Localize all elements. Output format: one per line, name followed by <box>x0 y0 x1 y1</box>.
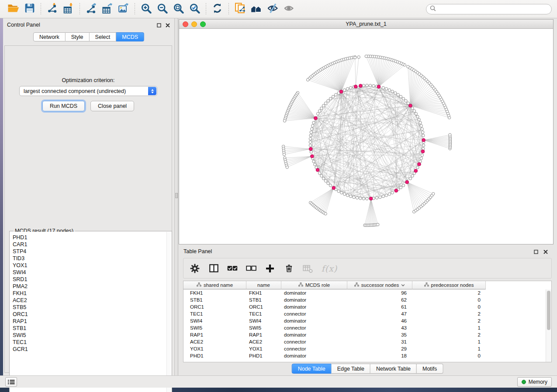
table-scrollbar-thumb[interactable] <box>547 291 550 330</box>
cell-shared-name: TEC1 <box>183 310 246 317</box>
tab-select[interactable]: Select <box>90 32 117 41</box>
cell-name: TEC1 <box>246 310 281 317</box>
close-panel-button[interactable]: Close panel <box>90 101 134 111</box>
network-window-titlebar[interactable]: YPA_prune.txt_1 <box>179 20 553 29</box>
hide-selected-button[interactable] <box>264 2 280 16</box>
tab-network[interactable]: Network <box>33 32 66 41</box>
cell-MCDS-role: dominator <box>281 331 347 338</box>
duplicate-network-button[interactable] <box>232 2 248 16</box>
cell-name: STB1 <box>246 296 281 303</box>
network-graph-canvas[interactable] <box>179 29 553 244</box>
delete-column-icon[interactable] <box>284 263 294 274</box>
table-row[interactable]: SWI5SWI5connector431 <box>183 324 551 331</box>
splitter-grip[interactable] <box>175 193 178 198</box>
first-neighbors-button[interactable] <box>248 2 264 16</box>
memory-label: Memory <box>529 379 547 385</box>
column-header-name[interactable]: name <box>246 281 281 289</box>
cell-shared-name: SWI5 <box>183 324 246 331</box>
table-row[interactable]: PHD1PHD1dominator180 <box>183 352 551 359</box>
export-network-button[interactable] <box>83 2 99 16</box>
save-session-icon <box>24 3 35 15</box>
deselect-all-rows-icon[interactable] <box>246 263 256 274</box>
control-panel-tabs: NetworkStyleSelectMCDS <box>33 32 144 41</box>
column-header-MCDS-role[interactable]: MCDS role <box>281 281 347 289</box>
table-row[interactable]: STB1STB1dominator620 <box>183 296 551 303</box>
add-column-icon[interactable] <box>265 263 275 274</box>
tab-network-table[interactable]: Network Table <box>370 364 417 374</box>
maximize-window-icon[interactable] <box>200 21 206 27</box>
open-session-button[interactable] <box>5 2 21 16</box>
zoom-fit-button[interactable] <box>170 2 187 16</box>
close-window-icon[interactable] <box>183 21 188 27</box>
table-row[interactable]: ACE2ACE2connector311 <box>183 338 551 345</box>
close-panel-icon[interactable] <box>165 22 171 28</box>
apply-preferred-layout-button[interactable] <box>209 2 225 16</box>
table-float-panel-icon[interactable] <box>533 249 539 254</box>
import-network-button[interactable] <box>44 2 60 16</box>
mcds-result-item: YOX1 <box>13 262 166 269</box>
save-session-button[interactable] <box>21 2 38 16</box>
column-settings-gear-icon[interactable] <box>190 263 200 274</box>
table-panel-title: Table Panel <box>183 248 212 254</box>
criterion-dropdown[interactable]: largest connected component (undirected) <box>19 86 157 96</box>
float-panel-icon[interactable] <box>156 22 162 28</box>
network-graph[interactable] <box>179 29 553 244</box>
minimize-window-icon[interactable] <box>191 21 197 27</box>
run-mcds-button[interactable]: Run MCDS <box>42 101 85 111</box>
show-all-button[interactable] <box>280 2 297 16</box>
tab-mcds[interactable]: MCDS <box>116 32 144 41</box>
table-row[interactable]: ORC1ORC1dominator610 <box>183 303 551 310</box>
select-all-rows-icon[interactable] <box>227 263 238 274</box>
tab-node-table[interactable]: Node Table <box>292 364 332 374</box>
cell-MCDS-role: connector <box>281 310 347 317</box>
cell-predecessor-nodes: 2 <box>412 310 486 317</box>
cell-name: FKH1 <box>246 289 281 296</box>
zoom-out-button[interactable] <box>154 2 170 16</box>
table-row[interactable]: TEC1TEC1connector472 <box>183 310 551 317</box>
column-header-successor-nodes[interactable]: successor nodes <box>347 281 412 289</box>
tab-edge-table[interactable]: Edge Table <box>332 364 370 374</box>
export-image-button[interactable] <box>115 2 131 16</box>
import-table-button[interactable] <box>60 2 76 16</box>
table-close-panel-icon[interactable] <box>543 249 549 254</box>
tab-motifs[interactable]: Motifs <box>417 364 443 374</box>
mcds-result-item: CAR1 <box>13 241 166 248</box>
mcds-result-item: TID3 <box>13 255 166 262</box>
panel-toggle-button[interactable] <box>5 377 17 387</box>
cell-predecessor-nodes: 2 <box>412 317 486 324</box>
column-header-predecessor-nodes[interactable]: predecessor nodes <box>412 281 486 289</box>
workspace-region: YPA_prune.txt_1 Table Panel f(x) shared … <box>178 18 557 375</box>
search-input[interactable] <box>438 5 551 13</box>
table-scrollbar[interactable] <box>546 289 551 362</box>
mcds-result-list[interactable]: PHD1CAR1STP4TID3YOX1SWI4SRD1PMA2FKH1ACE2… <box>10 232 166 392</box>
toolbar-buttons <box>5 2 297 16</box>
mcds-result-item: SWI5 <box>13 332 166 339</box>
dropdown-stepper-icon <box>148 87 156 95</box>
split-view-icon[interactable] <box>208 263 219 274</box>
cell-name: PHD1 <box>246 352 281 359</box>
memory-button[interactable]: Memory <box>517 377 552 387</box>
mcds-list-scrollbar[interactable] <box>166 232 171 392</box>
column-header-shared-name[interactable]: shared name <box>183 281 246 289</box>
table-row[interactable]: SWI4SWI4dominator462 <box>183 317 551 324</box>
cell-shared-name: STB1 <box>183 296 246 303</box>
duplicate-network-icon <box>235 3 246 15</box>
toolbar-separator <box>41 3 41 15</box>
optimization-criterion-label: Optimization criterion: <box>5 77 172 83</box>
first-neighbors-icon <box>250 3 262 15</box>
mcds-result-item: STB1 <box>13 325 166 332</box>
table-row[interactable]: FKH1FKH1dominator962 <box>183 289 551 296</box>
cell-shared-name: YOX1 <box>183 345 246 352</box>
cell-successor-nodes: 47 <box>347 310 412 317</box>
panel-splitter[interactable] <box>175 18 178 375</box>
search-box[interactable] <box>426 4 552 14</box>
export-table-button[interactable] <box>99 2 115 16</box>
table-header-row: shared namenameMCDS rolesuccessor nodesp… <box>183 281 551 289</box>
table-toolbar: f(x) <box>183 258 552 279</box>
table-row[interactable]: YOX1YOX1connector291 <box>183 345 551 352</box>
zoom-in-button[interactable] <box>138 2 154 16</box>
cell-name: ORC1 <box>246 303 281 310</box>
tab-style[interactable]: Style <box>66 32 90 41</box>
zoom-selected-button[interactable] <box>187 2 203 16</box>
table-row[interactable]: RAP1RAP1dominator352 <box>183 331 551 338</box>
